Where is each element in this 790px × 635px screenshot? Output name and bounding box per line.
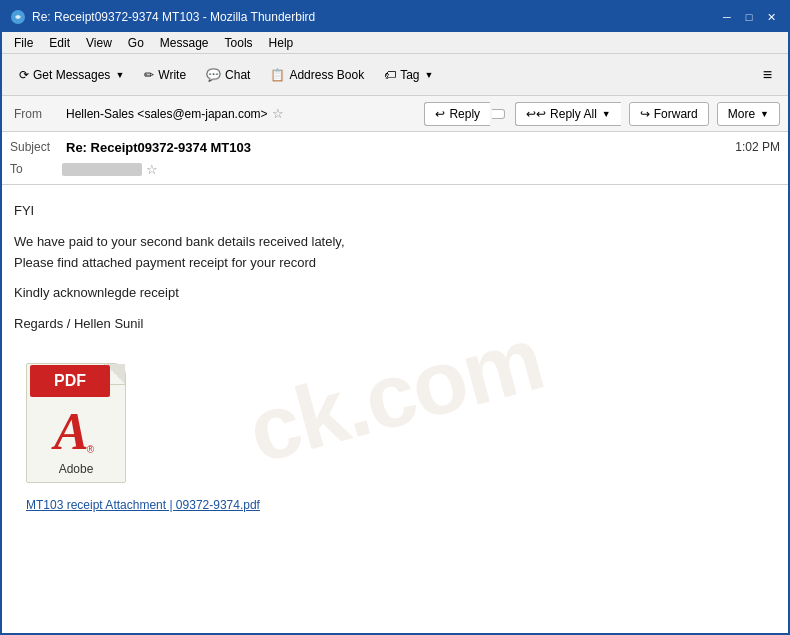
from-label: From	[14, 107, 66, 121]
menu-message[interactable]: Message	[152, 34, 217, 52]
tag-icon: 🏷	[384, 68, 396, 82]
reply-all-dropdown: ▼	[602, 109, 611, 119]
window-controls[interactable]: ─ □ ✕	[718, 8, 780, 26]
chat-label: Chat	[225, 68, 250, 82]
write-button[interactable]: ✏ Write	[135, 63, 195, 87]
attachment-area: PDF A ® Adobe MT103 receipt Attachment |…	[14, 345, 776, 519]
action-bar: From Hellen-Sales <sales@em-japan.com> ☆…	[2, 96, 788, 132]
forward-label: Forward	[654, 107, 698, 121]
more-label: More	[728, 107, 755, 121]
app-icon	[10, 9, 26, 25]
body-line2: Please find attached payment receipt for…	[14, 255, 316, 270]
reply-label: Reply	[449, 107, 480, 121]
pdf-icon[interactable]: PDF A ® Adobe	[26, 353, 136, 483]
reply-all-split[interactable]	[492, 109, 505, 119]
reply-all-button[interactable]: ↩↩ Reply All ▼	[515, 102, 621, 126]
get-messages-button[interactable]: ⟳ Get Messages ▼	[10, 63, 133, 87]
title-bar: Re: Receipt09372-9374 MT103 - Mozilla Th…	[2, 2, 788, 32]
get-messages-icon: ⟳	[19, 68, 29, 82]
body-fyi: FYI	[14, 201, 776, 222]
to-star-icon[interactable]: ☆	[146, 162, 158, 177]
tag-button[interactable]: 🏷 Tag ▼	[375, 63, 442, 87]
menu-bar: File Edit View Go Message Tools Help	[2, 32, 788, 54]
write-icon: ✏	[144, 68, 154, 82]
pdf-adobe-label: Adobe	[26, 460, 126, 479]
chat-icon: 💬	[206, 68, 221, 82]
close-button[interactable]: ✕	[762, 8, 780, 26]
email-time: 1:02 PM	[735, 140, 780, 154]
pdf-banner-label: PDF	[30, 365, 110, 397]
reply-button[interactable]: ↩ Reply	[424, 102, 490, 126]
subject-row: Subject Re: Receipt09372-9374 MT103 1:02…	[10, 136, 780, 158]
email-body: ck.com FYI We have paid to your second b…	[2, 185, 788, 633]
get-messages-label: Get Messages	[33, 68, 110, 82]
more-dropdown-icon: ▼	[760, 109, 769, 119]
to-row: To ☆	[10, 158, 780, 180]
reply-icon: ↩	[435, 107, 445, 121]
content-area: Subject Re: Receipt09372-9374 MT103 1:02…	[2, 132, 788, 633]
attachment-link[interactable]: MT103 receipt Attachment | 09372-9374.pd…	[26, 496, 764, 515]
chat-button[interactable]: 💬 Chat	[197, 63, 259, 87]
maximize-button[interactable]: □	[740, 8, 758, 26]
pdf-acrobat-icon: A ®	[40, 405, 110, 460]
forward-icon: ↪	[640, 107, 650, 121]
body-paragraph-2: Kindly acknownlegde receipt	[14, 283, 776, 304]
menu-view[interactable]: View	[78, 34, 120, 52]
address-book-icon: 📋	[270, 68, 285, 82]
menu-file[interactable]: File	[6, 34, 41, 52]
toolbar: ⟳ Get Messages ▼ ✏ Write 💬 Chat 📋 Addres…	[2, 54, 788, 96]
body-paragraph-1: We have paid to your second bank details…	[14, 232, 776, 274]
forward-button[interactable]: ↪ Forward	[629, 102, 709, 126]
email-header: Subject Re: Receipt09372-9374 MT103 1:02…	[2, 132, 788, 185]
more-button[interactable]: More ▼	[717, 102, 780, 126]
menu-tools[interactable]: Tools	[217, 34, 261, 52]
menu-help[interactable]: Help	[261, 34, 302, 52]
to-address-blurred	[62, 163, 142, 176]
get-messages-dropdown-icon: ▼	[115, 70, 124, 80]
menu-go[interactable]: Go	[120, 34, 152, 52]
menu-edit[interactable]: Edit	[41, 34, 78, 52]
body-regards: Regards / Hellen Sunil	[14, 314, 776, 335]
window-title: Re: Receipt09372-9374 MT103 - Mozilla Th…	[32, 10, 718, 24]
reply-all-label: Reply All	[550, 107, 597, 121]
address-book-label: Address Book	[289, 68, 364, 82]
tag-dropdown-icon: ▼	[425, 70, 434, 80]
body-line1: We have paid to your second bank details…	[14, 234, 345, 249]
hamburger-menu[interactable]: ≡	[755, 62, 780, 88]
write-label: Write	[158, 68, 186, 82]
reply-all-icon: ↩↩	[526, 107, 546, 121]
subject-label: Subject	[10, 140, 62, 154]
from-star-icon[interactable]: ☆	[272, 106, 284, 121]
minimize-button[interactable]: ─	[718, 8, 736, 26]
address-book-button[interactable]: 📋 Address Book	[261, 63, 373, 87]
subject-value: Re: Receipt09372-9374 MT103	[66, 140, 251, 155]
to-label: To	[10, 162, 62, 176]
tag-label: Tag	[400, 68, 419, 82]
from-value: Hellen-Sales <sales@em-japan.com>	[66, 107, 268, 121]
